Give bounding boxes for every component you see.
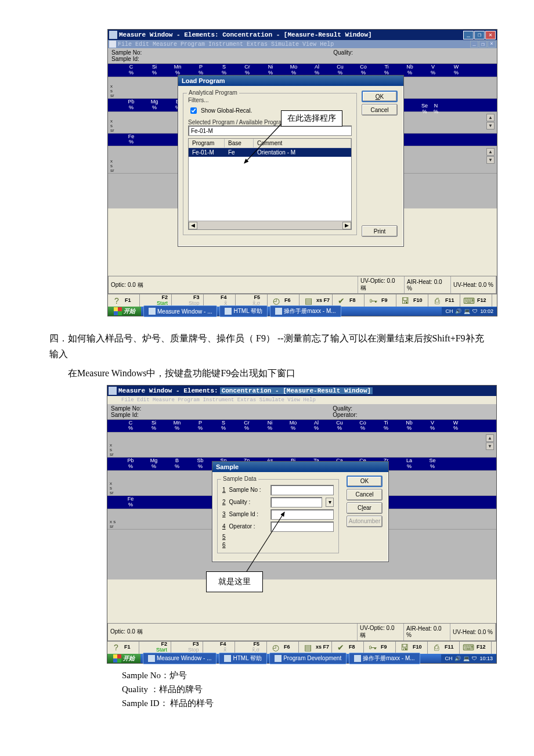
operator-label: Operator:	[333, 412, 357, 418]
F12-icon: ⌨	[462, 641, 475, 654]
menu-program[interactable]: Program	[181, 41, 205, 48]
fkey-f2[interactable]: F2Start	[140, 294, 172, 307]
scroll-down-icon[interactable]: ▼	[486, 156, 495, 164]
row-input-3[interactable]	[270, 509, 334, 520]
status-uvoptic: UV-Optic: 0.0 稱	[360, 625, 401, 639]
scroll-up-icon[interactable]: ▲	[486, 434, 494, 442]
element-c: C%	[119, 420, 142, 433]
row-accel-4[interactable]: 4	[222, 523, 226, 530]
fkey-f12[interactable]: ⌨F12	[460, 642, 492, 654]
menu-instrument[interactable]: Instrument	[208, 41, 243, 48]
menu-view[interactable]: View	[302, 41, 316, 48]
taskbar: 开始 Measure Window - ...HTML 帮助操作手册maxx -…	[108, 307, 497, 316]
start-button[interactable]: 开始	[108, 307, 141, 316]
menu-simulate[interactable]: Simulate	[271, 41, 299, 48]
mdi-close-icon[interactable]: ×	[488, 41, 496, 48]
cancel-button[interactable]: Cancel	[347, 489, 383, 501]
fkey-f8[interactable]: ✔F8	[333, 294, 365, 307]
F11-icon: ⎙	[431, 294, 443, 307]
element-sb: Sb%	[189, 458, 212, 470]
row-accel-2[interactable]: 2	[222, 499, 226, 505]
taskbar-item[interactable]: HTML 帮助	[219, 305, 268, 317]
close-icon[interactable]: ✕	[485, 31, 496, 39]
scroll-left-icon[interactable]: ◀	[189, 222, 197, 229]
taskbar-app-icon	[149, 308, 156, 315]
fkey-f3[interactable]: F3Stop	[171, 642, 203, 654]
tray-sound-icon[interactable]: 🔊	[455, 308, 461, 314]
row-input-1[interactable]	[270, 485, 334, 495]
maximize-icon[interactable]: ❐	[474, 31, 485, 39]
row-accel-3[interactable]: 3	[222, 511, 226, 517]
fkey-f2[interactable]: F2Start	[139, 642, 171, 654]
combo-dropdown-icon[interactable]: ▾	[326, 498, 334, 507]
row-accel-6[interactable]: 6	[222, 542, 226, 548]
cancel-button[interactable]: Cancel	[362, 104, 398, 116]
tray-sound-icon[interactable]: 🔊	[454, 656, 461, 661]
tray-safe-icon[interactable]: 🛡	[472, 656, 477, 661]
status-uvheat: UV-Heat: 0.0 %	[453, 629, 493, 635]
fkey-f3[interactable]: F3Stop	[172, 294, 204, 307]
scroll-up-icon[interactable]: ▲	[486, 148, 495, 156]
scroll-down-icon[interactable]: ▼	[486, 442, 494, 450]
program-list[interactable]: Program Base Comment Fe-01-M Fe Orientat…	[188, 138, 352, 230]
start-button[interactable]: 开始	[107, 654, 140, 663]
fkey-f10[interactable]: 🖫F10	[396, 294, 428, 307]
ok-button[interactable]: OOKK	[362, 91, 398, 102]
taskbar-item[interactable]: Measure Window - ...	[143, 653, 217, 664]
paragraph-1: 四．如何输入样品号、炉号、质量牌号、操作员（ F9） --测量前忘了输入可以在测…	[49, 330, 485, 362]
scroll-up-icon[interactable]: ▲	[486, 114, 495, 121]
clear-button[interactable]: Clear	[347, 502, 383, 514]
fkey-f7[interactable]: ▤xs F7	[299, 642, 332, 654]
fkey-f12[interactable]: ⌨F12	[460, 294, 492, 307]
fkey-f10[interactable]: 🖫F10	[396, 642, 428, 654]
list-row-selected[interactable]: Fe-01-M Fe Orientation - M	[189, 148, 351, 157]
fkey-f8[interactable]: ✔F8	[332, 642, 364, 654]
fkey-f1[interactable]: ?F1	[108, 294, 140, 307]
fkey-f6[interactable]: ◴F6	[267, 642, 299, 654]
fkey-f11[interactable]: ⎙F11	[428, 294, 460, 307]
selected-program-field[interactable]: Fe-01-M	[188, 125, 352, 136]
scroll-right-icon[interactable]: ▶	[342, 222, 351, 229]
fkey-f5[interactable]: F5x̄,σ	[236, 294, 268, 307]
taskbar-item[interactable]: Measure Window - ...	[143, 305, 217, 317]
status-optic: Optic: 0.0 稱	[110, 628, 143, 636]
minimize-icon[interactable]: _	[463, 31, 474, 39]
row-accel-5[interactable]: 5	[222, 534, 226, 540]
print-button[interactable]: Print	[362, 225, 398, 237]
fkey-f11[interactable]: ⎙F11	[428, 642, 460, 654]
tray-clock: 10:02	[480, 308, 493, 314]
fkey-f9[interactable]: 🗝F9	[364, 642, 396, 654]
fkey-f4[interactable]: F4x̄	[204, 294, 236, 307]
taskbar-item[interactable]: 操作手册maxx - M...	[349, 653, 420, 664]
taskbar-item[interactable]: Program Development	[269, 653, 347, 664]
mdi-max-icon[interactable]: ❐	[479, 41, 487, 48]
fkey-f6[interactable]: ◴F6	[268, 294, 300, 307]
row-input-4[interactable]	[270, 521, 334, 532]
ok-button[interactable]: OK	[347, 476, 383, 487]
fkey-f5[interactable]: F5x̄,σ	[235, 642, 267, 654]
horizontal-scrollbar[interactable]: ◀ ▶	[189, 221, 351, 229]
menu-help[interactable]: Help	[320, 41, 334, 48]
row-accel-1[interactable]: 1	[222, 487, 226, 493]
menu-edit[interactable]: Edit	[135, 41, 149, 48]
fkey-f4[interactable]: F4x̄	[203, 642, 235, 654]
tray-lang[interactable]: CH	[445, 308, 453, 314]
mdi-title: FileEditMeasureProgramInstrumentExtrasSi…	[108, 40, 497, 48]
taskbar-item[interactable]: HTML 帮助	[219, 653, 267, 664]
taskbar-item[interactable]: 操作手册maxx - M...	[270, 305, 341, 317]
menu-measure[interactable]: Measure	[153, 41, 177, 48]
mdi-min-icon[interactable]: _	[470, 41, 478, 48]
menu-extras[interactable]: Extras	[247, 41, 268, 48]
fkey-f7[interactable]: ▤xs F7	[300, 294, 333, 307]
menu-file[interactable]: File	[118, 41, 132, 48]
fkey-f1[interactable]: ?F1	[107, 642, 139, 654]
element-si: Si%	[143, 64, 166, 77]
tray-net-icon[interactable]: 💻	[464, 308, 470, 314]
tray-net-icon[interactable]: 💻	[463, 656, 470, 661]
row-input-2[interactable]	[270, 497, 322, 507]
filters-link[interactable]: Filters...	[188, 97, 352, 103]
scroll-down-icon[interactable]: ▼	[486, 122, 495, 129]
tray-lang[interactable]: CH	[445, 656, 452, 661]
fkey-f9[interactable]: 🗝F9	[365, 294, 396, 307]
tray-safe-icon[interactable]: 🛡	[472, 308, 478, 314]
